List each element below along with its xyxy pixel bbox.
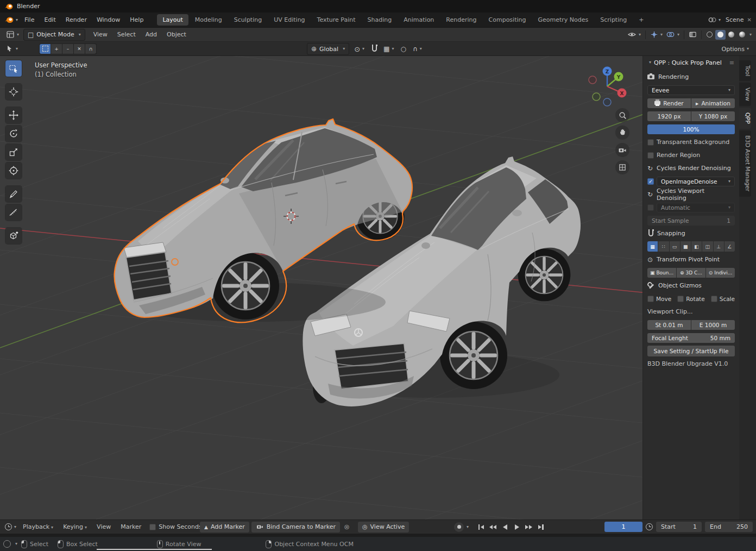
menu-edit[interactable]: Edit [39, 16, 60, 23]
snap-with-dropdown[interactable]: ▦ ▾ [382, 43, 395, 54]
workspace-tab-compositing[interactable]: Compositing [483, 14, 532, 26]
viewport-denoiser-checkbox[interactable] [647, 204, 654, 211]
qpp-panel-header[interactable]: ▾ QPP : Quick Prop Panel ≡ [643, 56, 739, 69]
tool-select-box[interactable] [5, 60, 22, 77]
ortho-toggle-button[interactable] [615, 160, 629, 174]
zoom-button[interactable] [615, 108, 629, 122]
render-region-checkbox[interactable] [647, 152, 654, 159]
render-engine-dropdown[interactable]: Eevee ▾ [647, 85, 735, 95]
snap-perpendicular-button[interactable]: ⊥ [714, 241, 724, 252]
gizmo-move-toggle[interactable]: Move [647, 296, 671, 302]
clip-start-field[interactable]: St 0.01 m [647, 320, 691, 330]
workspace-tab-shading[interactable]: Shading [362, 14, 398, 26]
select-mode-subtract[interactable]: – [62, 44, 73, 54]
play-button[interactable] [512, 522, 522, 532]
editor-type-dropdown[interactable]: ▾ [4, 29, 21, 40]
menu-timeline-view[interactable]: View [92, 523, 116, 530]
tool-annotate[interactable] [5, 186, 22, 202]
denoiser-checkbox[interactable]: ✓ [647, 178, 654, 185]
navigation-gizmo[interactable]: Z Y X [582, 61, 634, 109]
timeline-editor-dropdown[interactable]: ▾ [3, 522, 18, 533]
resolution-percent-slider[interactable]: 100% [647, 124, 735, 134]
denoiser-dropdown[interactable]: OpenImageDenoise ▾ [657, 177, 735, 186]
tab-tool[interactable]: Tool [739, 60, 751, 81]
camera-view-button[interactable] [615, 143, 629, 157]
add-marker-button[interactable]: ▲ Add Marker [200, 522, 249, 533]
menu-help[interactable]: Help [125, 16, 148, 23]
workspace-tab-sculpting[interactable]: Sculpting [229, 14, 267, 26]
tool-transform[interactable] [5, 162, 22, 179]
select-mode-intersect[interactable]: ∩ [85, 44, 96, 54]
render-animation-button[interactable]: ▸ Animation [691, 98, 735, 108]
move-checkbox[interactable] [647, 296, 654, 302]
tool-move[interactable] [5, 107, 22, 123]
snap-toggle[interactable] [369, 43, 379, 54]
keymap-owner-dropdown[interactable]: ▾ [3, 540, 17, 548]
jump-to-start-button[interactable] [476, 522, 486, 532]
snap-angle-button[interactable]: ∠ [724, 241, 735, 252]
transparent-checkbox[interactable] [647, 139, 654, 146]
frame-end-field[interactable]: End 250 [705, 522, 753, 532]
workspace-tab-scripting[interactable]: Scripting [595, 14, 632, 26]
shading-solid-button[interactable] [715, 30, 726, 40]
workspace-tab-geometry-nodes[interactable]: Geometry Nodes [532, 14, 594, 26]
auto-keying-button[interactable] [454, 522, 464, 532]
falloff-dropdown[interactable]: ∩ ▾ [411, 43, 424, 54]
rotate-checkbox[interactable] [677, 296, 684, 302]
snap-edge-center-button[interactable]: ◫ [702, 241, 713, 252]
clip-end-field[interactable]: E 1000 m [691, 320, 735, 330]
snap-face-button[interactable]: ■ [681, 241, 691, 252]
shading-wireframe-button[interactable] [704, 30, 715, 40]
menu-keying[interactable]: Keying▾ [58, 523, 92, 530]
menu-add[interactable]: Add [141, 31, 162, 38]
scene-dropdown[interactable]: ▾ [707, 15, 722, 26]
pivot-bounding-box-button[interactable]: ▣ Boun... [647, 268, 676, 278]
tool-scale[interactable] [5, 144, 22, 160]
focal-length-field[interactable]: Focal Lenght 50 mm [647, 333, 735, 343]
menu-render[interactable]: Render [61, 16, 92, 23]
jump-to-end-button[interactable] [536, 522, 546, 532]
select-mode-invert[interactable]: ✕ [74, 44, 85, 54]
play-reverse-button[interactable] [500, 522, 510, 532]
tool-cursor[interactable] [5, 84, 22, 100]
pivot-point-dropdown[interactable]: ⊙ ▾ [352, 43, 366, 54]
toggle-xray-button[interactable] [687, 29, 698, 40]
menu-view[interactable]: View [89, 31, 112, 38]
visibility-dropdown[interactable]: ▾ [626, 29, 642, 40]
active-tool-dropdown[interactable]: ▾ [4, 43, 20, 54]
shading-rendered-button[interactable] [737, 30, 747, 40]
show-gizmos-toggle[interactable]: ▾ [648, 29, 664, 40]
viewport-3d[interactable]: User Perspective (1) Collection [0, 56, 756, 519]
start-sample-field[interactable]: Start Sample 1 [647, 216, 735, 226]
select-mode-extend[interactable]: + [51, 44, 62, 54]
drag-grip-icon[interactable]: ≡ [729, 59, 735, 66]
menu-object[interactable]: Object [162, 31, 191, 38]
clear-binding-icon[interactable]: ⊗ [344, 523, 350, 531]
menu-marker[interactable]: Marker [116, 523, 146, 530]
bind-camera-button[interactable]: Bind Camera to Marker [251, 522, 340, 533]
menu-file[interactable]: File [20, 16, 39, 23]
snapping-section-label[interactable]: Snapping [647, 228, 735, 239]
workspace-tab-animation[interactable]: Animation [398, 14, 439, 26]
show-seconds-checkbox[interactable] [149, 524, 156, 530]
proportional-edit-toggle[interactable]: ○ [399, 43, 407, 54]
resolution-x-field[interactable]: 1920 px [647, 111, 691, 121]
snap-edge-button[interactable]: ▭ [670, 241, 680, 252]
orientation-dropdown[interactable]: ⊕ Global ▾ [307, 43, 349, 55]
viewport-denoiser-dropdown[interactable]: Automatic ▾ [657, 203, 735, 212]
snap-vertex-button[interactable]: ∷ [658, 241, 669, 252]
gizmo-rotate-toggle[interactable]: Rotate [677, 296, 704, 302]
workspace-tab-texture-paint[interactable]: Texture Paint [312, 14, 361, 26]
tool-rotate[interactable] [5, 126, 22, 142]
chevron-down-icon[interactable]: ▾ [749, 33, 752, 37]
menu-select[interactable]: Select [112, 31, 141, 38]
render-button[interactable]: Render [647, 98, 691, 108]
mode-dropdown[interactable]: □ Object Mode ▾ [23, 29, 85, 41]
shading-material-button[interactable] [726, 30, 736, 40]
view-active-button[interactable]: ◎ View Active [358, 522, 409, 533]
tool-measure[interactable] [5, 204, 22, 221]
chevron-down-icon[interactable]: ▾ [467, 525, 469, 529]
menu-playback[interactable]: Playback▾ [18, 523, 58, 530]
menu-window[interactable]: Window [92, 16, 125, 23]
workspace-tab-layout[interactable]: Layout [157, 14, 188, 26]
